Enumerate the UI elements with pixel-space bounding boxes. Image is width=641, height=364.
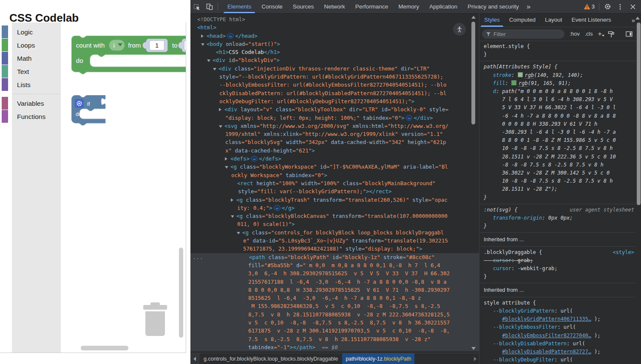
workspace-vertical-scrollbar[interactable] [179, 248, 183, 338]
dom-tree-line[interactable]: "display: block; left: 0px; height: 100%… [190, 114, 479, 122]
tab-console[interactable]: Console [256, 0, 288, 13]
style-declaration[interactable]: 28.1511 v -28 Z M 222.36 5 v 5 c 0 10 [484, 153, 636, 161]
tab-application[interactable]: Application [424, 0, 462, 13]
dom-tree-line[interactable]: <div id="blocklyDiv"> [190, 56, 479, 64]
dom-tree-line[interactable]: fill="#5ba55b" d=" m 0,0 m 0,8 a 8 8 0 0… [190, 261, 479, 269]
expand-arrow-down-icon[interactable] [213, 68, 216, 71]
dom-tree-line[interactable]: <div class="injectionDiv thrasos-rendere… [190, 65, 479, 73]
breadcrumb-selected[interactable]: path#blockly-1z.blocklyPath [342, 353, 414, 364]
style-declaration[interactable]: cursor: -webkit-grab; [484, 265, 636, 273]
style-declaration[interactable]: --blocklyGridPattern: url( [484, 307, 636, 315]
style-declaration[interactable]: 36.3022 v -28 Z M 300.142 5 v 5 c 0 [484, 169, 636, 177]
expand-arrow-right-icon[interactable] [201, 34, 204, 38]
toolbox-category-variables[interactable]: Variables [0, 97, 61, 110]
dom-tree-line[interactable]: 6171875 v -28 z M 300.1419219970703,5 v … [190, 327, 479, 335]
toolbox-category-math[interactable]: Math [0, 52, 61, 65]
tab-memory[interactable]: Memory [393, 0, 424, 13]
kebab-menu-icon[interactable] [614, 1, 627, 12]
collapsed-children-ellipsis-button[interactable]: … [274, 205, 281, 211]
expand-arrow-right-icon[interactable] [219, 108, 221, 111]
tab-sources[interactable]: Sources [288, 0, 319, 13]
style-declaration[interactable]: -308.293 l -6 4 l -3 0 l -6 -4 h -7 a [484, 128, 636, 136]
scroll-up-arrow-icon[interactable] [635, 17, 640, 20]
toolbox-category-loops[interactable]: Loops [0, 39, 61, 52]
dom-tree-line[interactable]: <g class="controls_for blocklyBlock loop… [190, 229, 479, 237]
variable-dropdown-field[interactable] [109, 40, 125, 51]
more-tabs-icon[interactable]: » [524, 1, 533, 13]
new-style-rule-button[interactable]: + [598, 30, 601, 38]
dom-tree-line[interactable]: ocklyDebugFilter: url(#blocklyDebugFilte… [190, 97, 479, 105]
line-options-dots[interactable]: ... [193, 253, 204, 261]
style-declaration[interactable]: 5 V 33 V 37 H 66.3022 l -6 4 l -3 0 l [484, 104, 636, 112]
dom-tree-line[interactable]: <div layout="v" class="blocklyToolbox" d… [190, 105, 479, 113]
dom-tree-line[interactable]: <html> [190, 23, 479, 31]
number-field-clipped[interactable] [184, 40, 186, 50]
style-declaration[interactable]: -6 -4 h -7 a 8 8 0 0 0 -8 8 v 8 a 8 8 [484, 112, 636, 120]
style-declaration[interactable]: --blocklyDisabledPattern: url( [484, 340, 636, 348]
warnings-badge[interactable]: 3 [581, 3, 597, 10]
dom-tree-line[interactable]: <g class="blocklyTrash" transform="trans… [190, 196, 479, 204]
toolbox-category-text[interactable]: Text [0, 65, 61, 78]
collapsed-children-ellipsis-button[interactable]: … [406, 115, 412, 121]
style-declaration[interactable]: -8 -8 -8 7.5 s 8 -2.5 8 7.5 v 8 h [484, 161, 636, 169]
trash-icon[interactable] [140, 299, 170, 340]
style-declaration[interactable]: fill: rgb(91, 165, 91); [484, 79, 636, 87]
dom-tree-line[interactable]: <!DOCTYPE html> [190, 15, 479, 23]
style-declaration[interactable]: --blocklyDebugFilter: url( [484, 356, 636, 364]
workspace-horizontal-scrollbar[interactable] [81, 346, 128, 350]
style-declaration[interactable]: #blocklyEmbossFilter82727040… ); [484, 332, 636, 340]
dom-tree-line[interactable]: ity: 0.4;">…</g> [190, 204, 479, 212]
color-swatch[interactable] [511, 80, 516, 85]
style-declaration[interactable]: --blocklyEmbossFilter: url( [484, 323, 636, 331]
breadcrumb-parent[interactable]: g.controls_for.blocklyBlock.loop_blocks.… [204, 356, 338, 362]
style-declaration[interactable]: d: path("m 0 0 m 0 8 a 8 8 0 0 1 8 -8 h [484, 87, 636, 96]
style-declaration[interactable]: .blocklyDraggable {<style> [484, 248, 636, 257]
dom-tree-line[interactable]: 3,0 6,-4 h 308.29302978515625 v 5 V 5 V … [190, 269, 479, 277]
collapsed-children-ellipsis-button[interactable]: … [227, 33, 234, 39]
device-toolbar-icon[interactable] [203, 1, 216, 12]
toolbox-category-functions[interactable]: Functions [0, 110, 61, 123]
dom-tree-line[interactable]: 21557617188 l -6,4 -3,0 -6,-4 h -7 a 8 8… [190, 278, 479, 286]
style-declaration[interactable]: 10 -8 -8 -8 7.5 s 8 -2.5 8 7.5 v 8 h [484, 177, 636, 185]
dom-tree-line[interactable]: M 155.9862823486328,5 v 5 c 0,10 -8,-8 -… [190, 302, 479, 310]
toolbox-category-logic[interactable]: Logic [0, 25, 61, 39]
style-declaration[interactable]: } [484, 222, 636, 230]
sidebar-tab-computed[interactable]: Computed [505, 13, 540, 27]
dom-tree-line[interactable]: style="fill: var(--blocklyGridPattern);"… [190, 187, 479, 195]
dom-tree-line[interactable]: --blocklyEmbossFilter: url(#blocklyEmbos… [190, 81, 479, 89]
styles-scrollbar-thumb[interactable] [637, 23, 641, 205]
dom-tree-line[interactable]: ...<path class="blocklyPath" id="blockly… [190, 253, 479, 261]
dom-tree-line[interactable]: 011, 0) scale(1)"> [190, 220, 479, 228]
style-declaration[interactable]: :not(svg) {user agent stylesheet [484, 206, 636, 214]
style-declaration[interactable]: stroke: rgb(140, 192, 140); [484, 71, 636, 79]
tab-network[interactable]: Network [319, 0, 350, 13]
breadcrumb-scroll-right-icon[interactable] [474, 357, 476, 361]
style-declaration[interactable]: 28.1511 v -28 Z"); [484, 185, 636, 193]
number-field-value[interactable]: 1 [155, 42, 159, 49]
sidebar-tab-layout[interactable]: Layout [540, 13, 567, 27]
dom-tree-line[interactable]: <h1>CSS Codelab</h1> [190, 48, 479, 56]
scroll-down-arrow-icon[interactable] [471, 347, 476, 350]
dom-tree-line[interactable]: 1999/xhtml" xmlns:xlink="http://www.w3.o… [190, 130, 479, 138]
dom-tree-line[interactable]: v 5 c 0,10 -8,-8 -8,7.5 s 8,-2.5 8,7.5 v… [190, 319, 479, 327]
accessibility-person-icon[interactable] [453, 23, 466, 36]
dom-tree-line[interactable]: <svg xmlns="http://www.w3.org/2000/svg" … [190, 122, 479, 130]
dom-tree-line[interactable]: ockly Workspace" tabindex="0"> [190, 171, 479, 179]
expand-arrow-right-icon[interactable] [225, 157, 227, 161]
toolbox-category-lists[interactable]: Lists [0, 78, 61, 91]
sidebar-tab-event-listeners[interactable]: Event Listeners [567, 13, 616, 27]
style-declaration[interactable]: } [484, 194, 636, 202]
inherited-from-bar[interactable]: Inherited from ... [479, 233, 636, 246]
color-swatch[interactable] [518, 72, 523, 77]
style-declaration[interactable]: element.style { [484, 42, 636, 51]
style-declaration[interactable]: } [484, 51, 636, 59]
style-declaration[interactable]: } [484, 273, 636, 281]
toggle-classes[interactable]: .cls [585, 31, 593, 37]
inherited-from-bar[interactable]: Inherited from ... [479, 283, 636, 297]
elements-scrollbar-thumb[interactable] [471, 22, 475, 124]
dom-tree-line[interactable]: <head>…</head> [190, 32, 479, 40]
dom-tree-line[interactable]: <rect height="100%" width="100%" class="… [190, 179, 479, 187]
if-block[interactable]: if do [71, 95, 114, 127]
loop-block[interactable]: count with i from 1 to do [71, 36, 186, 75]
expand-arrow-down-icon[interactable] [237, 232, 240, 234]
